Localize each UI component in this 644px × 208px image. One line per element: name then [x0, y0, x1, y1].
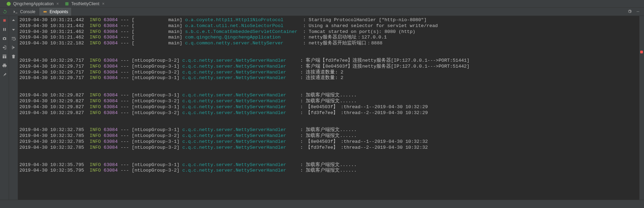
tab-console[interactable]: Console — [10, 8, 39, 16]
pin-button[interactable] — [1, 71, 8, 78]
close-icon[interactable]: × — [102, 1, 104, 6]
log-level: INFO — [90, 168, 101, 173]
log-pid: 63084 — [104, 145, 118, 150]
log-line: 2019-04-30 10:32:29.827 INFO 63084 --- [… — [19, 93, 639, 98]
log-message: 连接通道数量: 2 — [306, 70, 343, 75]
log-message: 【8e04503f】 :thread--1--2019-04-30 10:32:… — [306, 104, 428, 110]
log-level: INFO — [90, 104, 101, 110]
settings-button[interactable] — [626, 8, 633, 15]
log-pid: 63084 — [104, 23, 118, 28]
close-icon[interactable]: × — [56, 1, 59, 6]
console-output[interactable]: 2019-04-30 10:31:21.442 INFO 63084 --- [… — [18, 16, 639, 200]
log-line: 2019-04-30 10:31:21.462 INFO 63084 --- [… — [19, 29, 639, 35]
layout-button[interactable] — [1, 53, 8, 60]
log-separator: --- — [121, 75, 129, 80]
log-thread: [ntLoopGroup-3-1] — [132, 93, 180, 98]
log-timestamp: 2019-04-30 10:32:29.717 — [19, 70, 84, 75]
log-blank — [19, 116, 639, 127]
log-message: 加载客户端报文...... — [306, 98, 357, 104]
log-colon: : — [303, 41, 308, 46]
svg-rect-5 — [5, 28, 6, 31]
run-tab-testnetty[interactable]: TestNettyClient × — [62, 0, 107, 8]
log-thread: [ntLoopGroup-3-1] — [132, 64, 180, 69]
log-thread: [ main] — [132, 41, 182, 46]
log-pid: 63084 — [104, 162, 118, 167]
log-colon: : — [300, 75, 306, 80]
log-timestamp: 2019-04-30 10:32:29.827 — [19, 98, 84, 104]
log-line: 2019-04-30 10:31:22.182 INFO 63084 --- [… — [19, 41, 639, 46]
log-blank — [19, 46, 639, 58]
log-pid: 63084 — [104, 64, 118, 69]
log-timestamp: 2019-04-30 10:32:29.717 — [19, 58, 84, 63]
log-logger: com.qingcheng.QingchengApplication — [185, 35, 303, 40]
dump-threads-button[interactable] — [1, 35, 8, 42]
log-level: INFO — [90, 75, 101, 80]
log-pid: 63084 — [104, 133, 118, 138]
log-pid: 63084 — [104, 17, 118, 23]
log-pid: 63084 — [104, 139, 118, 144]
log-logger: o.a.tomcat.util.net.NioSelectorPool — [185, 23, 303, 28]
exit-button[interactable] — [1, 44, 8, 51]
log-separator: --- — [121, 133, 129, 138]
log-separator: --- — [121, 23, 129, 28]
log-pid: 63084 — [104, 75, 118, 80]
log-colon: : — [300, 127, 306, 132]
error-stripe[interactable] — [639, 16, 644, 200]
view-tabs: Console Endpoints — [10, 8, 72, 16]
log-timestamp: 2019-04-30 10:31:21.442 — [19, 23, 84, 28]
log-thread: [ntLoopGroup-3-2] — [132, 145, 180, 150]
log-timestamp: 2019-04-30 10:31:21.462 — [19, 35, 84, 40]
log-line: 2019-04-30 10:32:32.785 INFO 63084 --- [… — [19, 127, 639, 133]
log-level: INFO — [90, 127, 101, 132]
toolbar-right — [626, 8, 644, 16]
log-colon: : — [300, 110, 306, 115]
log-thread: [ main] — [132, 29, 182, 34]
log-logger: c.q.c.netty.server.NettyServerHandler — [182, 110, 300, 115]
log-level: INFO — [90, 41, 101, 46]
log-thread: [ntLoopGroup-3-2] — [132, 58, 180, 63]
scroll-up-button[interactable] — [10, 17, 17, 24]
log-message: 加载客户端报文...... — [306, 162, 357, 167]
log-logger: c.q.c.netty.server.NettyServerHandler — [182, 70, 300, 75]
soft-wrap-button[interactable] — [10, 35, 17, 42]
log-logger: c.q.c.netty.server.NettyServerHandler — [182, 168, 300, 173]
log-pid: 63084 — [104, 58, 118, 63]
log-timestamp: 2019-04-30 10:32:32.785 — [19, 133, 84, 138]
log-line: 2019-04-30 10:32:29.717 INFO 63084 --- [… — [19, 70, 639, 76]
log-separator: --- — [121, 168, 129, 173]
console-side-gutter — [9, 16, 18, 200]
log-timestamp: 2019-04-30 10:31:21.462 — [19, 29, 84, 34]
log-pid: 63084 — [104, 70, 118, 75]
log-line: 2019-04-30 10:32:29.827 INFO 63084 --- [… — [19, 110, 639, 116]
svg-rect-3 — [3, 19, 6, 22]
clear-button[interactable] — [10, 53, 17, 60]
log-colon: : — [300, 64, 306, 69]
log-logger: c.q.c.netty.server.NettyServerHandler — [182, 145, 300, 150]
log-thread: [ntLoopGroup-3-1] — [132, 162, 180, 167]
log-thread: [ntLoopGroup-3-2] — [132, 70, 180, 75]
stop-icon — [2, 18, 7, 23]
run-rerun-button[interactable] — [0, 8, 10, 16]
log-thread: [ntLoopGroup-3-1] — [132, 139, 180, 144]
tab-endpoints[interactable]: Endpoints — [39, 8, 72, 16]
log-timestamp: 2019-04-30 10:32:35.795 — [19, 168, 84, 173]
log-message: Starting ProtocolHandler ["http-nio-8080… — [309, 17, 427, 23]
log-level: INFO — [90, 23, 101, 28]
console-icon — [13, 9, 18, 14]
log-pid: 63084 — [104, 29, 118, 34]
print-button[interactable] — [1, 62, 8, 69]
app-icon — [64, 1, 69, 6]
log-separator: --- — [121, 127, 129, 132]
pin-icon — [2, 72, 7, 77]
log-blank — [19, 81, 639, 93]
run-tab-qingcheng[interactable]: QingchengApplication × — [3, 0, 62, 8]
minimize-button[interactable] — [634, 8, 641, 15]
scroll-end-button[interactable] — [10, 44, 17, 51]
scroll-down-button[interactable] — [10, 26, 17, 33]
stop-button[interactable] — [1, 17, 8, 24]
pause-button[interactable] — [1, 26, 8, 33]
svg-rect-4 — [3, 28, 4, 31]
log-separator: --- — [121, 29, 129, 34]
log-pid: 63084 — [104, 35, 118, 40]
log-message: 客户端【fd3fe7ee】连接netty服务器[IP:127.0.0.1--->… — [306, 58, 469, 63]
